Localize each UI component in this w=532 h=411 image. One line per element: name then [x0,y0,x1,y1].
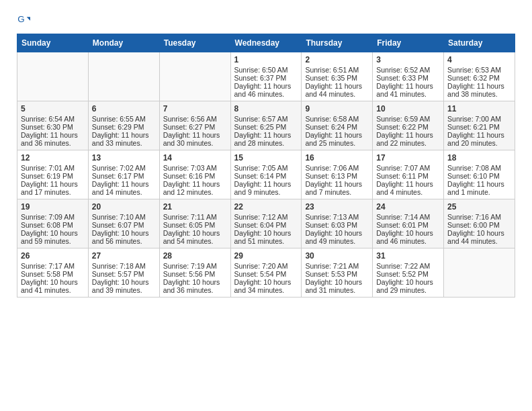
day-info: Sunrise: 7:11 AM [163,213,227,221]
day-number: 11 [447,104,511,113]
day-info: Sunset: 6:05 PM [163,221,227,229]
day-info: Sunrise: 7:03 AM [163,164,227,172]
day-number: 2 [305,55,369,64]
day-number: 5 [21,104,85,113]
day-info: and 4 minutes. [376,188,440,196]
calendar-week-row: 12Sunrise: 7:01 AMSunset: 6:19 PMDayligh… [17,150,515,199]
day-number: 27 [92,251,156,261]
calendar-header-saturday: Saturday [444,34,515,52]
day-info: Sunset: 5:53 PM [305,270,369,278]
day-number: 23 [305,202,369,212]
day-info: and 25 minutes. [305,139,369,147]
day-number: 15 [234,153,298,163]
day-info: Sunset: 6:25 PM [234,123,298,131]
calendar-week-row: 26Sunrise: 7:17 AMSunset: 5:58 PMDayligh… [17,248,515,298]
svg-marker-1 [27,17,30,20]
day-info: Sunset: 6:21 PM [447,123,511,131]
calendar-cell: 27Sunrise: 7:18 AMSunset: 5:57 PMDayligh… [88,248,159,298]
day-info: and 29 minutes. [376,286,440,294]
day-info: Daylight: 11 hours [376,180,440,188]
day-info: and 7 minutes. [305,188,369,196]
day-info: Sunrise: 7:05 AM [234,164,298,172]
day-number: 21 [163,202,227,212]
day-info: Daylight: 10 hours [163,278,227,286]
day-info: Sunrise: 7:21 AM [305,262,369,270]
day-number: 24 [376,202,440,212]
calendar-cell: 13Sunrise: 7:02 AMSunset: 6:17 PMDayligh… [88,150,159,199]
day-info: Sunset: 6:27 PM [163,123,227,131]
day-info: Sunset: 6:32 PM [447,74,511,82]
day-info: Sunrise: 6:53 AM [447,66,511,74]
day-info: Sunrise: 6:58 AM [305,115,369,123]
day-number: 8 [234,104,298,113]
calendar-cell: 3Sunrise: 6:52 AMSunset: 6:33 PMDaylight… [373,52,444,101]
day-info: Sunrise: 7:22 AM [376,262,440,270]
calendar-cell [444,248,515,298]
day-info: and 12 minutes. [163,188,227,196]
day-info: Daylight: 10 hours [376,278,440,286]
calendar-cell: 10Sunrise: 6:59 AMSunset: 6:22 PMDayligh… [373,101,444,150]
calendar-header-wednesday: Wednesday [230,34,302,52]
day-info: Sunset: 6:04 PM [234,221,298,229]
day-info: Daylight: 10 hours [92,229,156,237]
calendar-cell: 15Sunrise: 7:05 AMSunset: 6:14 PMDayligh… [230,150,302,199]
day-number: 29 [234,251,298,261]
day-info: and 36 minutes. [21,139,85,147]
day-number: 1 [234,55,298,64]
day-info: Sunset: 5:54 PM [234,270,298,278]
day-info: Sunset: 6:01 PM [376,221,440,229]
day-info: Sunrise: 7:10 AM [92,213,156,221]
calendar-table: SundayMondayTuesdayWednesdayThursdayFrid… [17,34,515,298]
day-info: and 49 minutes. [305,237,369,245]
calendar-week-row: 5Sunrise: 6:54 AMSunset: 6:30 PMDaylight… [17,101,515,150]
calendar-cell: 22Sunrise: 7:12 AMSunset: 6:04 PMDayligh… [230,199,302,248]
day-info: Sunset: 6:08 PM [21,221,85,229]
day-info: Sunrise: 7:16 AM [447,213,511,221]
day-info: and 46 minutes. [234,90,298,98]
day-info: Daylight: 11 hours [376,131,440,139]
day-info: and 51 minutes. [234,237,298,245]
calendar-cell: 14Sunrise: 7:03 AMSunset: 6:16 PMDayligh… [159,150,230,199]
day-info: and 44 minutes. [447,237,511,245]
day-info: and 41 minutes. [21,286,85,294]
day-info: Sunrise: 7:07 AM [376,164,440,172]
day-info: Sunset: 6:29 PM [92,123,156,131]
day-info: Sunrise: 6:54 AM [21,115,85,123]
calendar-cell [88,52,159,101]
day-info: and 54 minutes. [163,237,227,245]
day-info: Sunrise: 6:50 AM [234,66,298,74]
calendar-header-thursday: Thursday [302,34,373,52]
day-info: Daylight: 11 hours [163,131,227,139]
day-number: 3 [376,55,440,64]
calendar-cell: 16Sunrise: 7:06 AMSunset: 6:13 PMDayligh… [302,150,373,199]
day-info: Sunset: 6:10 PM [447,172,511,180]
day-info: and 39 minutes. [92,286,156,294]
day-info: and 33 minutes. [92,139,156,147]
day-info: Sunset: 6:22 PM [376,123,440,131]
day-info: and 46 minutes. [376,237,440,245]
calendar-cell: 9Sunrise: 6:58 AMSunset: 6:24 PMDaylight… [302,101,373,150]
day-number: 31 [376,251,440,261]
day-info: Sunrise: 7:17 AM [21,262,85,270]
calendar-cell: 5Sunrise: 6:54 AMSunset: 6:30 PMDaylight… [17,101,89,150]
calendar-cell: 12Sunrise: 7:01 AMSunset: 6:19 PMDayligh… [17,150,89,199]
day-info: Daylight: 10 hours [21,278,85,286]
day-info: Sunset: 6:00 PM [447,221,511,229]
day-number: 20 [92,202,156,212]
calendar-week-row: 19Sunrise: 7:09 AMSunset: 6:08 PMDayligh… [17,199,515,248]
day-info: Daylight: 11 hours [305,82,369,90]
day-info: Sunset: 6:16 PM [163,172,227,180]
day-info: Sunset: 6:24 PM [305,123,369,131]
day-info: Sunrise: 7:12 AM [234,213,298,221]
day-info: Sunset: 6:03 PM [305,221,369,229]
day-info: Daylight: 10 hours [305,229,369,237]
calendar-cell [17,52,89,101]
calendar-cell: 18Sunrise: 7:08 AMSunset: 6:10 PMDayligh… [444,150,515,199]
calendar-cell: 25Sunrise: 7:16 AMSunset: 6:00 PMDayligh… [444,199,515,248]
calendar-week-row: 1Sunrise: 6:50 AMSunset: 6:37 PMDaylight… [17,52,515,101]
day-info: Sunrise: 7:18 AM [92,262,156,270]
logo: G [17,13,33,27]
day-info: Sunset: 5:52 PM [376,270,440,278]
day-info: Sunset: 6:35 PM [305,74,369,82]
day-number: 22 [234,202,298,212]
